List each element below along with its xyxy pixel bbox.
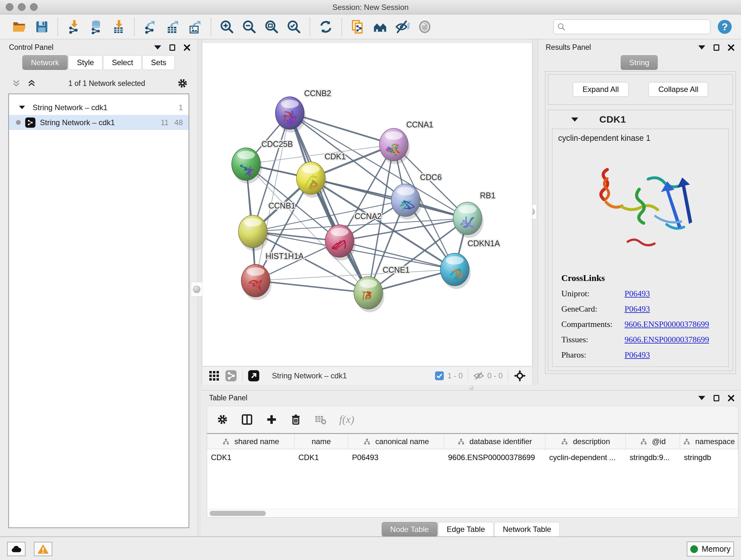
node-CDC6[interactable]: CDC6 — [391, 173, 442, 220]
crosslink-link[interactable]: 9606.ENSP00000378699 — [624, 335, 709, 345]
search-input[interactable] — [553, 19, 711, 34]
float-panel-icon[interactable] — [170, 44, 175, 51]
left-splitter-handle[interactable] — [191, 282, 202, 297]
import-network-from-database-button[interactable] — [87, 18, 105, 36]
tree-expander-icon[interactable] — [19, 106, 25, 109]
show-all-button[interactable] — [416, 18, 434, 36]
delete-table-icon[interactable] — [314, 414, 327, 426]
new-network-from-selection-button[interactable] — [349, 18, 367, 36]
export-image-button[interactable] — [186, 18, 204, 36]
open-in-window-button[interactable] — [248, 370, 260, 382]
zoom-in-button[interactable] — [218, 18, 236, 36]
panel-menu-icon[interactable] — [698, 45, 705, 50]
node-CCNA1[interactable]: CCNA1 — [380, 120, 433, 164]
tab-sets[interactable]: Sets — [142, 55, 175, 70]
crosslink-link[interactable]: P06493 — [624, 304, 650, 314]
column-header-database-identifier[interactable]: database identifier — [444, 434, 545, 449]
horizontal-splitter-handle[interactable] — [469, 385, 474, 390]
zoom-selected-button[interactable] — [285, 18, 303, 36]
network-collection-row[interactable]: String Network – cdk1 1 — [9, 100, 189, 115]
crosslink-link[interactable]: P06493 — [624, 350, 650, 360]
show-columns-icon[interactable] — [241, 414, 253, 426]
open-session-button[interactable] — [10, 18, 28, 36]
network-graph[interactable]: CCNB2CCNA1CDC25BCDK1CDC6RB1CCNB1CCNA2CDK… — [202, 43, 533, 367]
node-CCNE1[interactable]: CCNE1 — [354, 265, 410, 312]
warning-status-button[interactable] — [34, 542, 52, 556]
tab-select[interactable]: Select — [103, 55, 142, 70]
import-table-from-file-button[interactable] — [110, 18, 127, 36]
selected-checkbox-icon[interactable] — [434, 371, 444, 381]
panel-menu-icon[interactable] — [154, 45, 161, 50]
collapse-all-tree-icon[interactable] — [11, 78, 21, 88]
close-panel-icon[interactable] — [728, 395, 735, 401]
node-label: CDC25B — [261, 139, 293, 148]
export-network-button[interactable] — [141, 18, 159, 36]
apply-preferred-layout-button[interactable] — [317, 18, 335, 36]
scrollbar-thumb[interactable] — [210, 511, 266, 516]
gene-section-header[interactable]: CDK1 — [548, 110, 733, 129]
hidden-eye-icon[interactable] — [473, 370, 484, 381]
column-header--id[interactable]: @id — [626, 434, 680, 449]
crosslink-link[interactable]: 9606.ENSP00000378699 — [624, 320, 709, 329]
table-options-gear-icon[interactable] — [217, 414, 228, 425]
tab-style[interactable]: Style — [68, 55, 103, 70]
crosslink-row: Pharos:P06493 — [561, 350, 729, 360]
birds-eye-view-button[interactable] — [208, 370, 220, 381]
horizontal-splitter[interactable] — [201, 385, 741, 390]
section-expander-icon[interactable] — [571, 118, 578, 122]
column-header-description[interactable]: description — [545, 434, 626, 449]
network-canvas[interactable]: CCNB2CCNA1CDC25BCDK1CDC6RB1CCNB1CCNA2CDK… — [202, 43, 532, 366]
delete-column-trash-icon[interactable] — [290, 414, 301, 425]
table-row[interactable]: CDK1CDK1P064939606.ENSP00000378699cyclin… — [207, 449, 738, 466]
node-RB1[interactable]: RB1 — [453, 191, 495, 238]
tab-edge-table[interactable]: Edge Table — [438, 522, 494, 537]
table-horizontal-scrollbar[interactable] — [207, 509, 738, 517]
edge[interactable] — [256, 281, 368, 293]
import-network-from-file-button[interactable] — [65, 18, 83, 36]
crosslink-row: Uniprot:P06493 — [561, 289, 729, 299]
edge[interactable] — [311, 178, 468, 219]
grid-icon — [208, 370, 220, 381]
cloud-icon — [10, 543, 22, 555]
function-builder-icon[interactable]: f(x) — [339, 414, 354, 426]
memory-button[interactable]: Memory — [687, 542, 734, 557]
toolbar-separator — [468, 369, 468, 382]
help-button[interactable]: ? — [717, 19, 733, 35]
hide-selected-button[interactable] — [394, 18, 411, 36]
cloud-status-button[interactable] — [7, 542, 25, 556]
zoom-out-button[interactable] — [240, 18, 258, 36]
save-session-button[interactable] — [33, 18, 51, 36]
expand-all-button[interactable]: Expand All — [573, 82, 629, 97]
node-HIST1H1A[interactable]: HIST1H1A — [241, 252, 304, 300]
tab-string[interactable]: String — [621, 55, 658, 70]
column-header-namespace[interactable]: namespace — [680, 434, 738, 449]
tab-network[interactable]: Network — [22, 55, 68, 70]
float-panel-icon[interactable] — [714, 44, 719, 51]
node-CCNA2[interactable]: CCNA2 — [325, 212, 382, 260]
network-options-gear-icon[interactable] — [177, 78, 188, 89]
column-header-name[interactable]: name — [294, 434, 348, 449]
close-panel-icon[interactable] — [728, 44, 735, 51]
edge[interactable] — [290, 113, 368, 293]
add-column-icon[interactable] — [266, 414, 277, 425]
zoom-fit-content-button[interactable] — [263, 18, 280, 36]
panel-menu-icon[interactable] — [698, 396, 705, 400]
collapse-all-button[interactable]: Collapse All — [649, 82, 708, 97]
first-neighbors-button[interactable] — [371, 18, 389, 36]
close-panel-icon[interactable] — [184, 44, 191, 51]
tab-network-table[interactable]: Network Table — [494, 522, 560, 537]
string-view-button[interactable] — [225, 370, 237, 382]
toolbar-separator — [341, 18, 342, 36]
node-CCNB2[interactable]: CCNB2 — [275, 89, 331, 132]
tab-node-table[interactable]: Node Table — [382, 522, 437, 537]
zoom-fit-icon — [264, 19, 279, 34]
pan-crosshair-icon[interactable] — [513, 369, 527, 382]
column-header-canonical-name[interactable]: canonical name — [348, 434, 444, 449]
expand-all-tree-icon[interactable] — [27, 78, 37, 88]
crosslink-link[interactable]: P06493 — [624, 289, 650, 299]
network-row-selected[interactable]: String Network – cdk1 11 48 — [9, 115, 189, 130]
float-panel-icon[interactable] — [714, 395, 719, 401]
node-CDKN1A[interactable]: CDKN1A — [441, 239, 500, 289]
column-header-shared-name[interactable]: shared name — [207, 434, 294, 449]
export-table-button[interactable] — [164, 18, 182, 36]
